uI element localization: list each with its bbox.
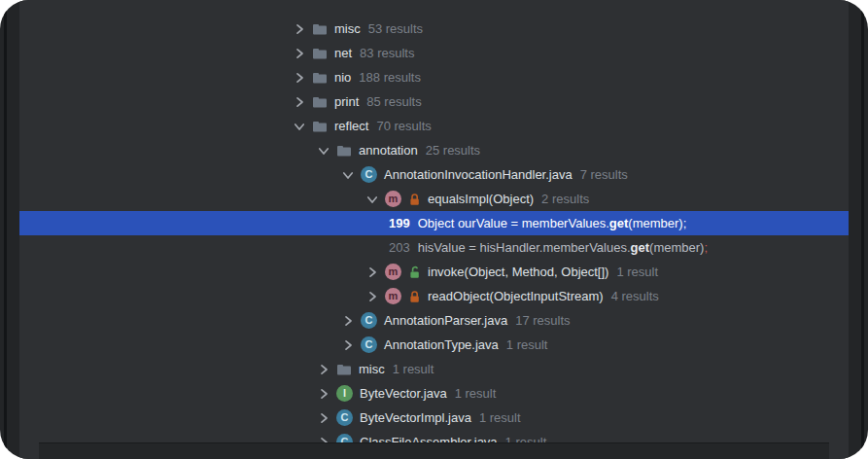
result-count: 1 result xyxy=(393,362,434,376)
chevron-icon[interactable] xyxy=(292,119,307,134)
row-indent xyxy=(19,369,316,370)
result-count: 1 result xyxy=(616,265,658,279)
code-segment: ; xyxy=(704,240,708,255)
tree-row[interactable]: C ByteVectorImpl.java 1 result xyxy=(19,406,849,430)
row-indent xyxy=(19,77,292,78)
class-icon: C xyxy=(361,166,377,183)
node-label: ByteVectorImpl.java xyxy=(360,410,471,425)
chevron-icon[interactable] xyxy=(316,386,331,402)
folder-icon xyxy=(312,46,328,61)
code-segment: hisValue = hisHandler.memberValues. xyxy=(418,240,631,255)
class-icon: C xyxy=(361,312,377,329)
chevron-icon[interactable] xyxy=(316,410,331,426)
result-count: 1 result xyxy=(479,410,521,425)
node-label: reflect xyxy=(334,119,368,133)
code-segment: (member); xyxy=(628,216,686,230)
tree-row[interactable]: nio 188 results xyxy=(19,65,849,89)
tree-row[interactable]: C AnnotationParser.java 17 results xyxy=(19,308,849,333)
row-indent xyxy=(19,223,389,224)
chevron-icon[interactable] xyxy=(340,313,356,329)
tree-row[interactable]: C AnnotationType.java 1 result xyxy=(19,333,849,357)
row-indent xyxy=(19,53,292,53)
tree-row[interactable]: misc 53 results xyxy=(19,17,849,41)
chevron-icon[interactable] xyxy=(292,46,307,61)
code-segment: get xyxy=(609,216,629,230)
tree-row[interactable]: m invoke(Object, Method, Object[]) 1 res… xyxy=(19,260,849,284)
node-label: ByteVector.java xyxy=(360,386,447,401)
folder-icon xyxy=(312,119,328,134)
result-count: 83 results xyxy=(360,46,414,60)
tree-row[interactable]: reflect 70 results xyxy=(19,114,849,138)
tree-row[interactable]: I ByteVector.java 1 result xyxy=(19,381,849,406)
chevron-icon[interactable] xyxy=(365,265,380,280)
tree-row[interactable]: m readObject(ObjectInputStream) 4 result… xyxy=(19,284,849,308)
usage-row[interactable]: 199 Object ourValue = memberValues.get(m… xyxy=(19,211,849,235)
chevron-icon[interactable] xyxy=(292,70,307,86)
folder-icon xyxy=(312,70,328,86)
row-indent xyxy=(19,101,292,102)
node-label: print xyxy=(334,94,359,109)
chevron-icon[interactable] xyxy=(292,94,307,110)
chevron-icon[interactable] xyxy=(292,21,307,37)
node-label: net xyxy=(334,46,352,60)
result-count: 4 results xyxy=(611,289,659,303)
result-count: 17 results xyxy=(515,313,570,328)
tree-row[interactable]: C AnnotationInvocationHandler.java 7 res… xyxy=(19,162,849,187)
node-label: readObject(ObjectInputStream) xyxy=(428,289,604,303)
result-count: 25 results xyxy=(426,143,480,158)
class-icon: C xyxy=(361,336,377,353)
node-label: equalsImpl(Object) xyxy=(428,192,534,206)
result-count: 70 results xyxy=(376,119,431,133)
lock-closed-icon xyxy=(408,290,421,303)
row-indent xyxy=(19,393,316,394)
lock-open-icon xyxy=(408,265,421,279)
chevron-icon[interactable] xyxy=(316,362,331,377)
row-indent xyxy=(19,198,365,199)
chevron-icon[interactable] xyxy=(340,167,356,183)
folder-icon xyxy=(336,143,352,159)
node-label: annotation xyxy=(359,143,418,158)
chevron-icon[interactable] xyxy=(365,192,380,207)
result-count: 53 results xyxy=(368,21,423,36)
tree-row[interactable]: print 85 results xyxy=(19,89,849,114)
tree-row[interactable]: annotation 25 results xyxy=(19,138,849,162)
node-label: misc xyxy=(334,21,361,36)
node-label: misc xyxy=(359,362,385,376)
method-icon: m xyxy=(385,288,401,304)
chevron-icon[interactable] xyxy=(365,289,380,304)
right-window-edge xyxy=(861,0,864,459)
row-indent xyxy=(19,28,292,29)
code-segment: (member) xyxy=(649,240,704,255)
method-icon: m xyxy=(385,191,401,207)
tree-row[interactable]: misc 1 result xyxy=(19,357,849,381)
node-label: AnnotationParser.java xyxy=(384,313,507,328)
left-window-edge xyxy=(4,0,7,459)
tree-row[interactable]: m equalsImpl(Object) 2 results xyxy=(19,187,849,211)
row-indent xyxy=(19,417,316,418)
row-indent xyxy=(19,150,316,151)
folder-icon xyxy=(312,94,328,110)
screenshot-stage: misc 53 results net 83 results xyxy=(0,0,868,459)
usage-code-text: Object ourValue = memberValues.get(membe… xyxy=(418,216,687,230)
row-indent xyxy=(19,174,340,175)
lock-closed-icon xyxy=(408,193,421,206)
result-count: 1 result xyxy=(455,386,497,401)
result-count: 2 results xyxy=(541,192,589,206)
row-indent xyxy=(19,247,389,248)
tree-row[interactable]: net 83 results xyxy=(19,41,849,65)
chevron-icon[interactable] xyxy=(340,337,356,353)
usage-row[interactable]: 203 hisValue = hisHandler.memberValues.g… xyxy=(19,235,849,260)
folder-icon xyxy=(336,362,352,377)
folder-icon xyxy=(312,21,328,37)
node-label: nio xyxy=(334,70,351,85)
class-icon: C xyxy=(336,409,353,426)
chevron-icon[interactable] xyxy=(316,143,331,159)
usage-line-number: 199 xyxy=(389,216,410,230)
row-indent xyxy=(19,125,292,126)
code-segment: Object ourValue = memberValues. xyxy=(418,216,609,230)
interface-icon: I xyxy=(336,385,353,402)
method-icon: m xyxy=(385,264,401,280)
row-indent xyxy=(19,296,365,297)
result-count: 7 results xyxy=(580,167,628,182)
find-usages-popup: misc 53 results net 83 results xyxy=(0,0,868,459)
